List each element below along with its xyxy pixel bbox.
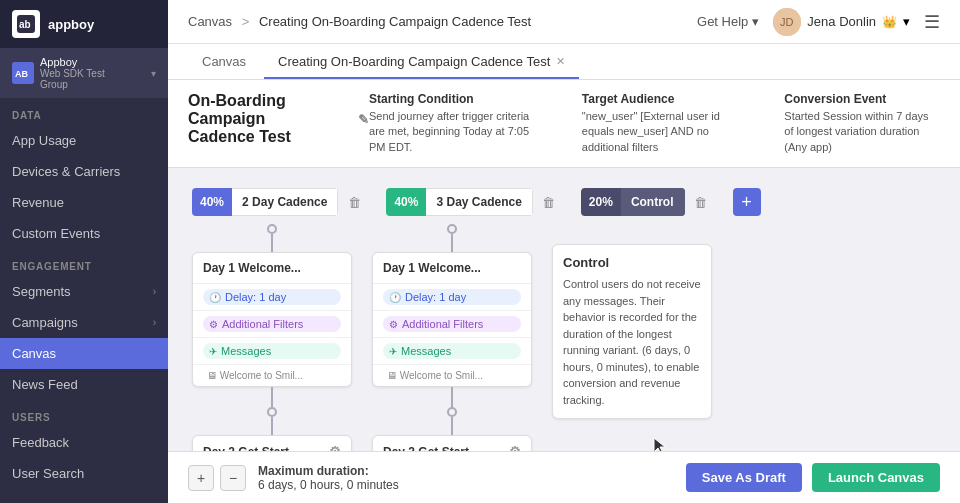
v1-step2-gear-icon[interactable]: ⚙ xyxy=(329,444,341,451)
add-variant-button[interactable]: + xyxy=(733,188,761,216)
app-usage-label: App Usage xyxy=(12,133,76,148)
tab-canvas[interactable]: Canvas xyxy=(188,46,260,79)
get-help-label: Get Help xyxy=(697,14,748,29)
sidebar-item-feedback[interactable]: Feedback xyxy=(0,427,168,458)
variant-3-header: 20% Control 🗑 xyxy=(581,188,713,216)
get-help-button[interactable]: Get Help ▾ xyxy=(697,14,759,29)
meta-conversion-event-title: Conversion Event xyxy=(784,92,940,106)
topbar-right: Get Help ▾ JD Jena Donlin 👑 ▾ ☰ xyxy=(697,8,940,36)
variant-1-delete-button[interactable]: 🗑 xyxy=(342,190,366,214)
action-buttons: Save As Draft Launch Canvas xyxy=(686,463,940,492)
bottom-bar: + − Maximum duration: 6 days, 0 hours, 0… xyxy=(168,451,960,503)
sidebar-item-segments[interactable]: Segments › xyxy=(0,276,168,307)
meta-starting-condition-text: Send journey after trigger criteria are … xyxy=(369,109,542,155)
v1-step1-header: Day 1 Welcome... xyxy=(193,253,351,284)
org-chevron: ▾ xyxy=(151,68,156,79)
tab-close-icon[interactable]: ✕ xyxy=(556,55,565,68)
v1-delay-pill: 🕐 Delay: 1 day xyxy=(203,289,341,305)
sidebar-item-revenue[interactable]: Revenue xyxy=(0,187,168,218)
meta-conversion-event-text: Started Session within 7 days of longest… xyxy=(784,109,940,155)
v1-connector-top xyxy=(271,234,273,252)
tab-creating[interactable]: Creating On-Boarding Campaign Cadence Te… xyxy=(264,46,579,79)
breadcrumb-base[interactable]: Canvas xyxy=(188,14,232,29)
variant-2-pct: 40% xyxy=(386,188,426,216)
variant-3-pct: 20% xyxy=(581,188,621,216)
tabbar: Canvas Creating On-Boarding Campaign Cad… xyxy=(168,44,960,80)
variant-3-delete-button[interactable]: 🗑 xyxy=(689,190,713,214)
v2-step1-header: Day 1 Welcome... xyxy=(373,253,531,284)
v1-step2-title: Day 2 Get Start... xyxy=(203,445,299,451)
v2-connector-top-dot xyxy=(447,224,457,234)
sidebar: ab appboy AB Appboy Web SDK TestGroup ▾ … xyxy=(0,0,168,503)
v1-step1-card[interactable]: Day 1 Welcome... 🕐 Delay: 1 day ⚙ Additi… xyxy=(192,252,352,387)
sidebar-item-user-search[interactable]: User Search xyxy=(0,458,168,489)
sidebar-item-devices-carriers[interactable]: Devices & Carriers xyxy=(0,156,168,187)
variant-2-delete-button[interactable]: 🗑 xyxy=(537,190,561,214)
v2-connector-bottom xyxy=(451,417,453,435)
breadcrumb-current: Creating On-Boarding Campaign Cadence Te… xyxy=(259,14,531,29)
campaign-title-text: On-Boarding CampaignCadence Test xyxy=(188,92,352,146)
v2-connector-mid xyxy=(451,387,453,407)
variant-1-name: 2 Day Cadence xyxy=(232,188,338,216)
sidebar-logo[interactable]: ab appboy xyxy=(0,0,168,48)
zoom-out-button[interactable]: − xyxy=(220,465,246,491)
variant-1-column: Day 1 Welcome... 🕐 Delay: 1 day ⚙ Additi… xyxy=(192,224,352,451)
meta-starting-condition: Starting Condition Send journey after tr… xyxy=(369,92,542,155)
v2-messages-pill: ✈ Messages xyxy=(383,343,521,359)
revenue-label: Revenue xyxy=(12,195,64,210)
variant-2-name: 3 Day Cadence xyxy=(426,188,532,216)
send-icon-v2: ✈ xyxy=(389,346,397,357)
meta-conversion-event: Conversion Event Started Session within … xyxy=(784,92,940,155)
zoom-in-icon: + xyxy=(197,470,205,486)
sidebar-item-canvas[interactable]: Canvas xyxy=(0,338,168,369)
v2-connector-mid-dot xyxy=(447,407,457,417)
appboy-logo-icon: ab xyxy=(12,10,40,38)
meta-columns: Starting Condition Send journey after tr… xyxy=(369,92,940,155)
avatar: JD xyxy=(773,8,801,36)
clock-icon: 🕐 xyxy=(209,292,221,303)
v2-connector-top xyxy=(451,234,453,252)
variant-3-badge: 20% Control xyxy=(581,188,685,216)
duration-info: Maximum duration: 6 days, 0 hours, 0 min… xyxy=(258,464,399,492)
v1-step2-card[interactable]: Day 2 Get Start... ⚙ xyxy=(192,435,352,451)
bottom-left: + − Maximum duration: 6 days, 0 hours, 0… xyxy=(188,464,399,492)
org-info: AB Appboy Web SDK TestGroup xyxy=(12,56,105,90)
v1-messages-label: Messages xyxy=(221,345,271,357)
segments-label: Segments xyxy=(12,284,71,299)
canvas-area[interactable]: 40% 2 Day Cadence 🗑 40% 3 Day Cadence 🗑 … xyxy=(168,168,960,451)
campaigns-chevron: › xyxy=(153,317,156,328)
sidebar-item-news-feed[interactable]: News Feed xyxy=(0,369,168,400)
topbar: Canvas > Creating On-Boarding Campaign C… xyxy=(168,0,960,44)
custom-events-label: Custom Events xyxy=(12,226,100,241)
edit-title-icon[interactable]: ✎ xyxy=(358,112,369,127)
segments-chevron: › xyxy=(153,286,156,297)
v2-step1-card[interactable]: Day 1 Welcome... 🕐 Delay: 1 day ⚙ Additi… xyxy=(372,252,532,387)
sidebar-item-custom-events[interactable]: Custom Events xyxy=(0,218,168,249)
variant-1-pct: 40% xyxy=(192,188,232,216)
meta-starting-condition-title: Starting Condition xyxy=(369,92,542,106)
sidebar-item-campaigns[interactable]: Campaigns › xyxy=(0,307,168,338)
v2-step1-filters-row: ⚙ Additional Filters xyxy=(373,311,531,338)
user-info[interactable]: JD Jena Donlin 👑 ▾ xyxy=(773,8,910,36)
feedback-label: Feedback xyxy=(12,435,69,450)
v2-step2-card[interactable]: Day 2 Get Start... ⚙ xyxy=(372,435,532,451)
hamburger-menu-icon[interactable]: ☰ xyxy=(924,11,940,33)
v1-step1-messages-row: ✈ Messages xyxy=(193,338,351,365)
save-as-draft-button[interactable]: Save As Draft xyxy=(686,463,802,492)
v2-delay-pill: 🕐 Delay: 1 day xyxy=(383,289,521,305)
variant-3-name: Control xyxy=(621,188,685,216)
send-icon: ✈ xyxy=(209,346,217,357)
sidebar-org[interactable]: AB Appboy Web SDK TestGroup ▾ xyxy=(0,48,168,98)
control-text: Control users do not receive any message… xyxy=(563,276,701,408)
launch-canvas-button[interactable]: Launch Canvas xyxy=(812,463,940,492)
org-name: Appboy xyxy=(40,56,105,68)
section-engagement-label: ENGAGEMENT xyxy=(0,249,168,276)
control-column: Control Control users do not receive any… xyxy=(552,224,712,419)
v2-step2-gear-icon[interactable]: ⚙ xyxy=(509,444,521,451)
campaigns-label: Campaigns xyxy=(12,315,78,330)
zoom-in-button[interactable]: + xyxy=(188,465,214,491)
v1-filters-label: Additional Filters xyxy=(222,318,303,330)
get-help-chevron-icon: ▾ xyxy=(752,14,759,29)
org-avatar: AB xyxy=(12,62,34,84)
sidebar-item-app-usage[interactable]: App Usage xyxy=(0,125,168,156)
